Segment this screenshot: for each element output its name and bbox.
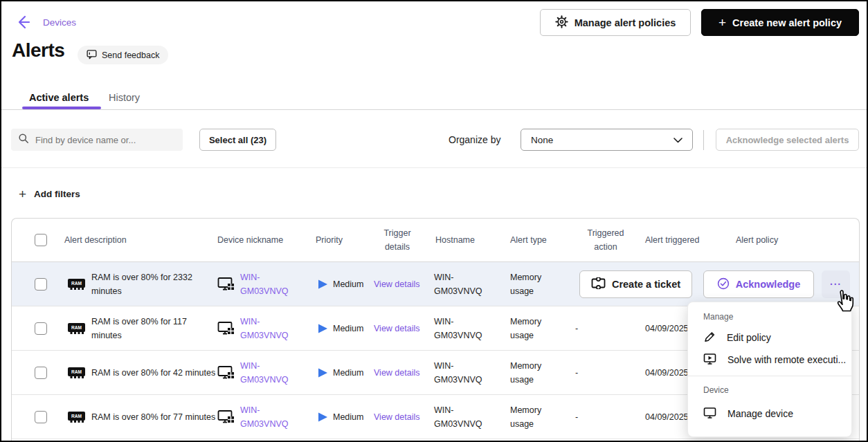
send-feedback-button[interactable]: Send feedback [78,46,168,64]
col-device-nickname: Device nickname [217,233,283,247]
view-details-link[interactable]: View details [374,322,419,335]
menu-divider [688,376,851,376]
alert-triggered-value: 04/09/2025 [645,366,689,380]
select-all-label: Select all (23) [209,135,266,145]
priority-value: Medium [333,322,363,335]
device-icon [217,276,235,293]
col-priority: Priority [316,233,343,247]
priority-value: Medium [333,410,363,424]
organize-by-select[interactable]: None [521,129,693,151]
hostname-value: WIN-GM03VNVQ [434,359,489,387]
menu-section-manage: Manage [703,312,733,322]
alert-description: RAM is over 80% for 77 minutes [91,410,230,424]
alert-description: RAM is over 80% for 2332 minutes [91,270,205,298]
manage-device-label: Manage device [727,408,793,419]
acknowledge-button[interactable]: Acknowledge [703,270,814,298]
alert-triggered-value: 04/09/2025 [645,322,689,335]
create-ticket-label: Create a ticket [612,279,680,290]
hostname-value: WIN-GM03VNVQ [434,270,489,298]
search-icon [18,133,29,147]
chevron-down-icon [673,135,682,145]
row-checkbox[interactable] [35,278,47,291]
alert-triggered-value: 04/09/2025 [645,410,689,424]
monitor-icon [703,407,716,421]
send-feedback-label: Send feedback [102,50,159,60]
row-checkbox[interactable] [35,322,47,335]
row-checkbox[interactable] [35,367,47,379]
ram-icon: RAM [67,366,86,380]
priority-medium-icon [317,278,329,290]
device-nickname-link[interactable]: WIN-GM03VNVQ [240,315,294,342]
device-nickname-link[interactable]: WIN-GM03VNVQ [240,403,294,431]
svg-text:RAM: RAM [71,325,82,330]
tab-active-alerts[interactable]: Active alerts [29,92,89,103]
create-new-alert-policy-button[interactable]: + Create new alert policy [701,9,859,36]
feedback-icon [87,49,97,62]
solve-remote-label: Solve with remote executi... [727,354,846,365]
select-all-checkbox[interactable] [35,234,47,246]
acknowledge-selected-alerts-button[interactable]: Acknowledge selected alerts [716,129,859,151]
ticket-icon [591,277,606,291]
col-triggered-action: Triggered action [578,226,633,254]
manage-alert-policies-button[interactable]: Manage alert policies [540,9,691,36]
more-actions-button[interactable]: ··· [822,270,850,298]
ram-icon: RAM [67,410,86,424]
triggered-action-value: - [575,366,578,380]
alert-type-value: Memory usage [510,315,553,342]
triggered-action-value: - [575,410,578,424]
table-row: RAM RAM is over 80% for 2332 minutes WIN… [12,262,859,306]
active-tab-indicator [22,107,101,109]
gear-icon [555,15,568,30]
col-alert-description: Alert description [64,233,127,247]
add-filters-label: Add filters [34,189,80,199]
device-nickname-link[interactable]: WIN-GM03VNVQ [240,270,294,298]
organize-by-label: Organize by [449,134,500,145]
toolbar-divider [703,130,704,150]
ellipsis-icon: ··· [830,279,842,290]
alert-type-value: Memory usage [510,403,553,431]
priority-medium-icon [317,322,329,334]
select-all-button[interactable]: Select all (23) [199,129,276,151]
alert-description: RAM is over 80% for 42 minutes [91,366,230,380]
col-trigger-details: Trigger details [370,226,424,254]
device-icon [217,409,235,425]
create-ticket-button[interactable]: Create a ticket [579,270,692,298]
row-actions-menu: Manage Edit policy Solve with remote exe… [687,302,852,437]
ram-icon: RAM [67,277,86,291]
alert-type-value: Memory usage [510,359,553,387]
svg-text:RAM: RAM [71,414,82,418]
toolbar-bottom-divider [1,167,867,168]
acknowledge-selected-label: Acknowledge selected alerts [726,135,849,145]
device-search[interactable] [11,129,183,151]
col-alert-type: Alert type [510,233,547,247]
menu-section-device: Device [703,385,729,395]
priority-medium-icon [317,367,329,378]
view-details-link[interactable]: View details [374,366,419,380]
menu-item-edit-policy[interactable]: Edit policy [688,327,851,348]
view-details-link[interactable]: View details [374,410,419,424]
create-new-alert-policy-label: Create new alert policy [732,17,842,28]
row-checkbox[interactable] [35,411,47,423]
alert-description: RAM is over 80% for 117 minutes [91,315,205,342]
ram-icon: RAM [67,322,86,335]
back-arrow-icon[interactable] [14,13,32,31]
tab-history[interactable]: History [109,92,140,103]
triggered-action-value: - [575,322,578,335]
svg-text:RAM: RAM [71,281,82,286]
menu-item-solve-remote[interactable]: Solve with remote executi... [688,349,851,370]
add-filters-button[interactable]: + Add filters [19,187,80,201]
plus-icon: + [19,187,26,201]
breadcrumb[interactable]: Devices [43,17,76,28]
device-icon [217,365,235,381]
view-details-link[interactable]: View details [374,277,419,291]
edit-policy-label: Edit policy [727,332,771,343]
table-header-row: Alert description Device nickname Priori… [12,219,859,262]
menu-item-manage-device[interactable]: Manage device [688,403,851,424]
hostname-value: WIN-GM03VNVQ [434,315,489,342]
acknowledge-label: Acknowledge [736,279,800,290]
device-nickname-link[interactable]: WIN-GM03VNVQ [240,359,294,387]
search-input[interactable] [35,135,176,145]
col-alert-triggered: Alert triggered [645,233,700,247]
manage-alert-policies-label: Manage alert policies [575,17,676,28]
check-circle-icon [717,277,730,292]
